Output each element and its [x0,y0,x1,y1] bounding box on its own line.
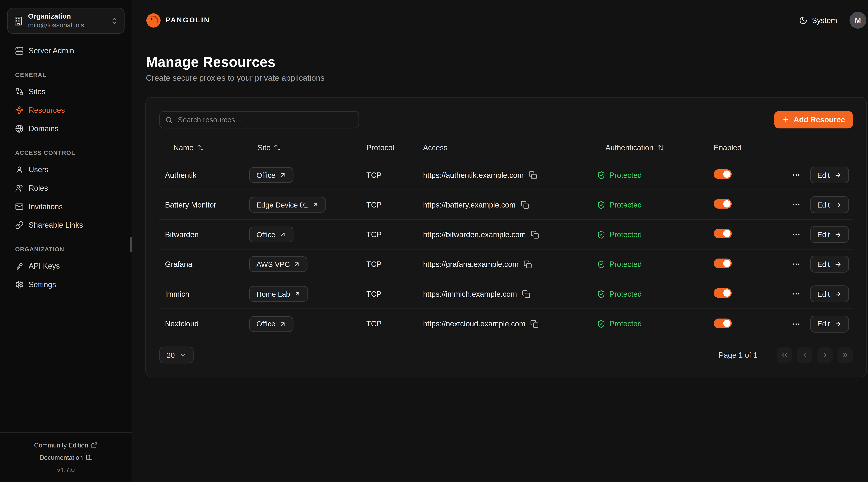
edit-button[interactable]: Edit [810,315,849,332]
chevron-right-icon [821,351,829,359]
column-header-access: Access [423,143,597,152]
row-menu-button[interactable] [790,318,802,329]
sidebar-item-roles[interactable]: Roles [0,179,132,197]
chevrons-right-icon [841,351,849,359]
sidebar-item-users[interactable]: Users [0,160,132,179]
pagination-first-button[interactable] [776,347,792,363]
site-link-badge[interactable]: Office [249,167,293,183]
waypoints-icon [15,106,24,114]
card-toolbar: Add Resource [159,111,853,128]
site-name: AWS VPC [256,260,290,268]
ellipsis-icon [792,200,801,209]
column-header-authentication[interactable]: Authentication [597,143,714,152]
authentication-cell: Protected [597,200,714,209]
arrow-up-right-icon [279,320,286,327]
site-link-badge[interactable]: Edge Device 01 [249,197,326,213]
sidebar-item-sites[interactable]: Sites [0,83,132,101]
pagination-next-button[interactable] [817,347,833,363]
edit-label: Edit [817,260,830,268]
edit-button[interactable]: Edit [810,196,849,213]
sidebar-item-server-admin[interactable]: Server Admin [0,41,132,60]
edit-label: Edit [817,320,830,328]
copy-url-button[interactable] [531,230,539,238]
edit-label: Edit [817,171,830,179]
card-footer: 20 Page 1 of 1 [159,347,853,363]
search-input[interactable] [159,111,359,128]
page-size-select[interactable]: 20 [159,347,194,363]
access-cell: https://authentik.example.com [423,171,597,179]
enabled-toggle[interactable] [714,169,732,179]
documentation-link[interactable]: Documentation [0,451,132,464]
edit-button[interactable]: Edit [810,256,849,272]
column-label: Site [258,143,271,152]
copy-url-button[interactable] [529,171,537,179]
sidebar-item-invitations[interactable]: Invitations [0,197,132,216]
pagination-status: Page 1 of 1 [719,351,757,359]
site-cell: Home Lab [249,286,367,301]
resources-card: Add Resource Name Site Protocol Access A… [145,97,867,377]
org-picker[interactable]: Organization milo@fossorial.io's ... [7,8,125,34]
edit-button[interactable]: Edit [810,285,849,302]
enabled-toggle[interactable] [714,259,732,268]
resource-name: Immich [165,290,249,298]
enabled-toggle[interactable] [714,318,732,328]
ellipsis-icon [792,230,801,239]
sidebar-item-api-keys[interactable]: API Keys [0,257,132,275]
copy-url-button[interactable] [521,200,529,209]
column-header-name[interactable]: Name [165,143,249,152]
authentication-cell: Protected [597,171,714,179]
row-menu-button[interactable] [790,199,802,210]
sidebar-scrollbar-thumb[interactable] [130,237,132,252]
row-menu-button[interactable] [790,229,802,240]
edit-button[interactable]: Edit [810,226,849,243]
copy-url-button[interactable] [524,260,532,268]
actions-cell: Edit [781,315,853,332]
chevrons-left-icon [780,351,788,359]
protocol-cell: TCP [367,290,423,298]
pagination-last-button[interactable] [837,347,853,363]
row-menu-button[interactable] [790,169,802,181]
enabled-toggle[interactable] [714,229,732,238]
authentication-cell: Protected [597,230,714,238]
toggle-knob [723,230,731,237]
sidebar-footer: Community Edition Documentation v1.7.0 [0,432,132,482]
sidebar-item-settings[interactable]: Settings [0,275,132,294]
site-link-badge[interactable]: Office [249,227,293,242]
chevron-down-icon [180,352,187,358]
actions-cell: Edit [781,285,853,302]
sidebar-item-resources[interactable]: Resources [0,101,132,120]
arrow-right-icon [834,260,842,268]
site-cell: Office [249,316,367,331]
theme-toggle-button[interactable]: System [799,16,837,24]
site-name: Edge Device 01 [256,200,308,209]
pagination-previous-button[interactable] [797,347,812,363]
enabled-cell [714,259,781,270]
row-menu-button[interactable] [790,259,802,270]
edit-button[interactable]: Edit [810,167,849,183]
globe-icon [15,125,24,133]
site-link-badge[interactable]: Office [249,316,293,331]
sidebar-item-domains[interactable]: Domains [0,119,132,138]
community-edition-link[interactable]: Community Edition [0,439,132,451]
copy-url-button[interactable] [522,290,530,298]
edit-label: Edit [817,200,830,209]
site-link-badge[interactable]: Home Lab [249,286,308,301]
sidebar-item-label: Roles [29,184,48,192]
add-resource-button[interactable]: Add Resource [775,111,853,128]
sidebar-item-label: Invitations [29,202,63,211]
actions-cell: Edit [781,256,853,272]
site-link-badge[interactable]: AWS VPC [249,256,308,272]
sidebar-item-shareable-links[interactable]: Shareable Links [0,216,132,234]
edit-label: Edit [817,290,830,298]
copy-icon [521,200,529,209]
copy-url-button[interactable] [530,320,539,328]
copy-icon [522,290,530,298]
table-row: Immich Home Lab TCP https://immich.examp… [159,279,853,309]
enabled-toggle[interactable] [714,288,732,298]
enabled-toggle[interactable] [714,199,732,208]
actions-cell: Edit [781,167,853,183]
user-avatar[interactable]: M [849,12,866,29]
row-menu-button[interactable] [790,288,802,299]
column-header-site[interactable]: Site [249,143,367,152]
access-cell: https://immich.example.com [423,290,597,298]
